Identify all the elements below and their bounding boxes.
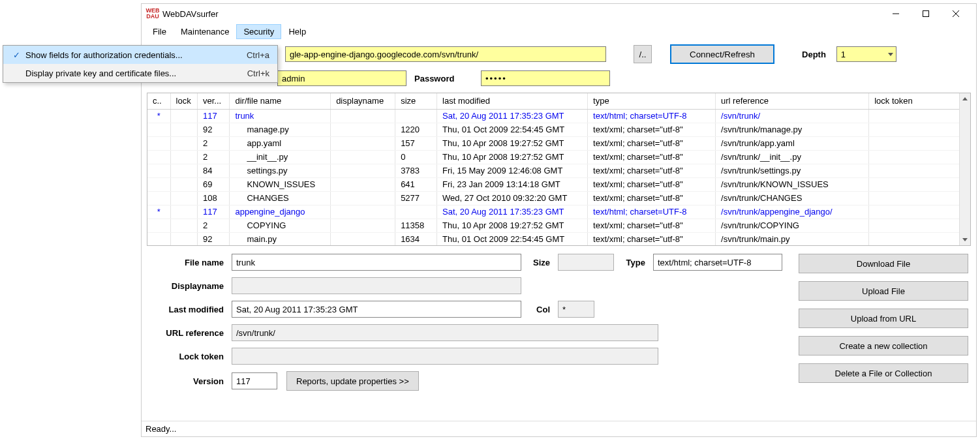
minimize-icon: [893, 10, 899, 17]
last-modified-field[interactable]: [232, 301, 521, 318]
col-lt[interactable]: lock token: [869, 93, 970, 109]
version-field[interactable]: [232, 372, 277, 389]
col-label: Col: [527, 305, 553, 314]
file-table[interactable]: c.. lock ver... dir/file name displaynam…: [147, 93, 971, 246]
table-row[interactable]: 2COPYING11358Thu, 10 Apr 2008 19:27:52 G…: [147, 219, 970, 232]
last-modified-label: Last modified: [149, 305, 226, 314]
password-label: Password: [414, 74, 477, 83]
vertical-scrollbar[interactable]: [959, 93, 970, 245]
titlebar: WEBDAU WebDAVsurfer: [142, 4, 976, 23]
version-label: Version: [149, 376, 226, 386]
connect-refresh-button[interactable]: Connect/Refresh: [670, 44, 774, 64]
table-row[interactable]: 92main.py1634Thu, 01 Oct 2009 22:54:45 G…: [147, 232, 970, 246]
close-button[interactable]: [941, 4, 971, 23]
menu-item-label: Display private key and certificate file…: [25, 68, 234, 78]
col-disp[interactable]: displayname: [331, 93, 395, 109]
maximize-button[interactable]: [911, 4, 941, 23]
col-field: [558, 301, 594, 318]
menu-item-label: Show fields for authorization credential…: [25, 50, 234, 60]
table-row[interactable]: 108CHANGES5277Wed, 27 Oct 2010 09:32:20 …: [147, 191, 970, 205]
menu-maintenance[interactable]: Maintenance: [174, 24, 236, 39]
table-header-row: c.. lock ver... dir/file name displaynam…: [147, 93, 970, 109]
close-icon: [953, 10, 959, 17]
menubar: File Maintenance Security Help: [142, 23, 976, 39]
col-ver[interactable]: ver...: [197, 93, 230, 109]
scroll-up-button[interactable]: [960, 93, 970, 104]
depth-select[interactable]: 1: [836, 46, 896, 62]
col-url[interactable]: url reference: [716, 93, 869, 109]
menu-shortcut: Ctrl+k: [234, 68, 269, 78]
table-row[interactable]: 69KNOWN_ISSUES641Fri, 23 Jan 2009 13:14:…: [147, 177, 970, 191]
menu-help[interactable]: Help: [281, 24, 313, 39]
app-icon: WEBDAU: [147, 8, 159, 20]
depth-value: 1: [841, 50, 846, 59]
file-name-field[interactable]: [232, 254, 521, 271]
lock-token-label: Lock token: [149, 352, 226, 361]
minimize-button[interactable]: [881, 4, 911, 23]
url-input[interactable]: [285, 46, 606, 62]
table-row[interactable]: 84settings.py3783Fri, 15 May 2009 12:46:…: [147, 164, 970, 177]
col-name[interactable]: dir/file name: [230, 93, 331, 109]
create-collection-button[interactable]: Create a new collection: [799, 336, 968, 356]
col-size[interactable]: size: [395, 93, 437, 109]
lock-token-field: [232, 348, 658, 365]
delete-button[interactable]: Delete a File or Collection: [799, 363, 968, 383]
col-lock[interactable]: lock: [170, 93, 197, 109]
userid-input[interactable]: [277, 70, 406, 86]
maximize-icon: [923, 10, 929, 17]
table-row[interactable]: 2app.yaml157Thu, 10 Apr 2008 19:27:52 GM…: [147, 136, 970, 150]
app-title: WebDAVsurfer: [162, 9, 881, 19]
up-dir-button[interactable]: /..: [634, 45, 652, 63]
upload-file-button[interactable]: Upload File: [799, 281, 968, 301]
displayname-label: Displayname: [149, 281, 226, 291]
table-row[interactable]: *117appengine_djangoSat, 20 Aug 2011 17:…: [147, 205, 970, 219]
status-text: Ready...: [145, 424, 176, 434]
table-row[interactable]: 92manage.py1220Thu, 01 Oct 2009 22:54:45…: [147, 123, 970, 136]
status-bar: Ready...: [142, 421, 976, 436]
size-label: Size: [527, 258, 553, 267]
check-icon: ✓: [7, 50, 25, 60]
detail-area: File name Size Type Displayname Last mod…: [144, 246, 973, 393]
upload-from-url-button[interactable]: Upload from URL: [799, 309, 968, 328]
col-c[interactable]: c..: [147, 93, 170, 109]
chevron-down-icon: [888, 53, 893, 56]
chevron-up-icon: [962, 97, 968, 100]
size-field: [558, 254, 614, 271]
table-row[interactable]: *117trunkSat, 20 Aug 2011 17:35:23 GMTte…: [147, 109, 970, 123]
type-label: Type: [619, 258, 648, 267]
col-mod[interactable]: last modified: [437, 93, 588, 109]
menu-show-auth-fields[interactable]: ✓ Show fields for authorization credenti…: [3, 46, 277, 64]
menu-security[interactable]: Security: [236, 24, 281, 39]
col-type[interactable]: type: [588, 93, 716, 109]
password-input[interactable]: [481, 70, 610, 86]
chevron-down-icon: [962, 238, 968, 241]
url-ref-field: [232, 324, 658, 341]
menu-shortcut: Ctrl+a: [234, 50, 269, 60]
depth-label: Depth: [802, 50, 826, 59]
content-area: /.. Connect/Refresh Depth 1 Authorizatio…: [142, 39, 976, 421]
table-row[interactable]: 2__init__.py0Thu, 10 Apr 2008 19:27:52 G…: [147, 150, 970, 164]
type-field[interactable]: [653, 254, 782, 271]
menu-display-key-cert[interactable]: Display private key and certificate file…: [3, 64, 277, 82]
reports-button[interactable]: Reports, update properties >>: [286, 371, 419, 391]
download-file-button[interactable]: Download File: [799, 254, 968, 273]
url-ref-label: URL reference: [149, 328, 226, 338]
menu-file[interactable]: File: [145, 24, 174, 39]
security-dropdown: ✓ Show fields for authorization credenti…: [3, 45, 278, 83]
svg-rect-1: [923, 11, 929, 17]
file-name-label: File name: [149, 258, 226, 267]
displayname-field: [232, 277, 521, 294]
scroll-down-button[interactable]: [960, 234, 970, 245]
